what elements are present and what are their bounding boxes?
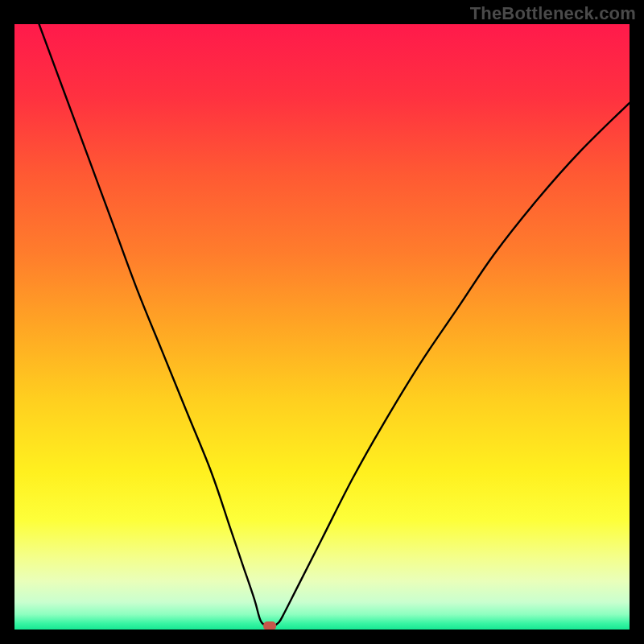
chart-frame: TheBottleneck.com xyxy=(0,0,644,644)
bottleneck-chart xyxy=(14,24,630,630)
watermark-text: TheBottleneck.com xyxy=(470,3,636,24)
optimal-point-marker xyxy=(263,621,276,630)
plot-area xyxy=(14,24,630,630)
